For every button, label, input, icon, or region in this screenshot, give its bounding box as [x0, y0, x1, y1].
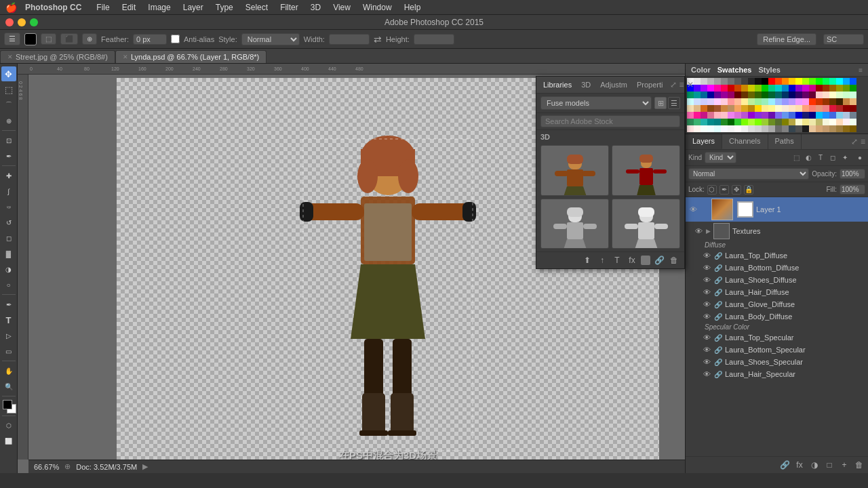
swatch[interactable] [741, 119, 748, 125]
layer-row-laura-top-diffuse[interactable]: 👁 🔗 Laura_Top_Diffuse [686, 249, 868, 262]
swatch[interactable] [701, 78, 707, 85]
layer-eye-lts[interactable]: 👁 [702, 333, 711, 342]
swatch[interactable] [809, 125, 816, 132]
swatch[interactable] [789, 119, 795, 125]
shape-filter-icon[interactable]: ◻ [827, 152, 838, 163]
swatch[interactable] [802, 112, 809, 119]
lib-expand-btn[interactable]: ⤢ [670, 80, 677, 89]
swatch[interactable] [741, 98, 748, 105]
layer-eye-lhs[interactable]: 👁 [702, 369, 711, 379]
lib-tab-3d[interactable]: 3D [578, 79, 593, 90]
swatch[interactable] [789, 112, 795, 119]
swatch[interactable] [768, 125, 775, 132]
kind-filter-select[interactable]: Kind [705, 152, 736, 163]
lib-item-lynda[interactable]: Lynda [540, 145, 609, 196]
lib-list-view-btn[interactable]: ☰ [668, 97, 680, 109]
swatch[interactable] [829, 98, 836, 105]
swatch[interactable] [843, 85, 850, 92]
layer-link-lsd[interactable]: 🔗 [714, 276, 722, 284]
menu-edit[interactable]: Edit [117, 1, 142, 14]
swatch[interactable] [795, 125, 802, 132]
swatch[interactable] [836, 112, 843, 119]
swatch[interactable] [714, 98, 721, 105]
swatch[interactable] [782, 85, 789, 92]
swatch[interactable] [816, 112, 823, 119]
swatch[interactable] [816, 78, 823, 85]
swatch[interactable] [694, 98, 701, 105]
swatch[interactable] [721, 119, 728, 125]
swatch[interactable] [694, 105, 701, 112]
lock-transparent-btn[interactable]: ⬡ [707, 185, 717, 195]
crop-tool[interactable]: ⊡ [1, 133, 16, 148]
status-arrow[interactable]: ▶ [142, 462, 148, 471]
layer-eye-lbs[interactable]: 👁 [702, 345, 711, 354]
swatch[interactable] [775, 98, 782, 105]
swatch[interactable] [734, 105, 741, 112]
layer-row-laura-hair-diffuse[interactable]: 👁 🔗 Laura_Hair_Diffuse [686, 286, 868, 298]
swatch[interactable] [789, 85, 795, 92]
foreground-color-swatch[interactable] [3, 400, 12, 409]
swatch[interactable] [741, 78, 748, 85]
swatch[interactable] [762, 125, 768, 132]
lib-delete-btn[interactable]: 🗑 [668, 254, 680, 266]
clone-stamp-tool[interactable]: ⎃ [1, 199, 16, 214]
swatch[interactable] [701, 119, 707, 125]
layer-link-lss[interactable]: 🔗 [714, 358, 722, 366]
layer-row-laura-top-specular[interactable]: 👁 🔗 Laura_Top_Specular [686, 331, 868, 344]
swatch[interactable] [728, 98, 734, 105]
menu-help[interactable]: Help [399, 1, 427, 14]
swatch[interactable] [823, 119, 829, 125]
swatch[interactable] [714, 92, 721, 98]
swatch[interactable] [762, 105, 768, 112]
swatch[interactable] [762, 85, 768, 92]
swatch[interactable] [714, 78, 721, 85]
swatch[interactable] [782, 112, 789, 119]
swatch[interactable] [694, 92, 701, 98]
lock-all-btn[interactable]: 🔒 [744, 185, 753, 195]
apple-logo[interactable]: 🍎 [5, 2, 17, 13]
swatch[interactable] [836, 92, 843, 98]
swatch[interactable] [850, 98, 856, 105]
swatch[interactable] [802, 98, 809, 105]
swatch[interactable] [728, 85, 734, 92]
brush-tool[interactable]: ∫ [1, 184, 16, 199]
swatch[interactable] [694, 112, 701, 119]
swatch[interactable] [829, 112, 836, 119]
maximize-button[interactable] [30, 18, 38, 26]
swatch[interactable] [755, 119, 762, 125]
swatch[interactable] [768, 112, 775, 119]
swatch[interactable] [823, 125, 829, 132]
swatch[interactable] [789, 105, 795, 112]
swatch[interactable] [687, 119, 694, 125]
swatch[interactable] [721, 78, 728, 85]
layer-eye-lhd[interactable]: 👁 [702, 287, 711, 297]
menu-view[interactable]: View [328, 1, 356, 14]
swatch[interactable] [714, 105, 721, 112]
swatch[interactable] [762, 98, 768, 105]
swatch[interactable] [782, 125, 789, 132]
swatch[interactable] [707, 112, 714, 119]
layer-eye-layer1[interactable]: 👁 [688, 205, 698, 214]
swatch[interactable] [843, 98, 850, 105]
menu-image[interactable]: Image [142, 1, 176, 14]
layer-link-lhd[interactable]: 🔗 [714, 288, 722, 296]
pen-tool[interactable]: ✒ [1, 297, 16, 312]
fx-btn[interactable]: fx [793, 459, 806, 471]
type-tool[interactable]: T [1, 312, 16, 327]
swatch[interactable] [836, 78, 843, 85]
layer-row-layer1[interactable]: 👁 Layer 1 [686, 197, 868, 222]
swatch[interactable] [714, 125, 721, 132]
type-filter-icon[interactable]: T [815, 152, 826, 163]
swatch[interactable] [741, 125, 748, 132]
swatch[interactable] [748, 105, 755, 112]
swatch[interactable] [687, 98, 694, 105]
swatch[interactable] [795, 105, 802, 112]
layer-link-lbd2[interactable]: 🔗 [714, 312, 722, 321]
swatch[interactable] [829, 105, 836, 112]
swatch[interactable] [762, 119, 768, 125]
gradient-tool[interactable]: ▓ [1, 246, 16, 261]
swatch[interactable] [850, 112, 856, 119]
menu-file[interactable]: File [91, 1, 115, 14]
swatch[interactable] [714, 85, 721, 92]
swatch[interactable] [850, 119, 856, 125]
